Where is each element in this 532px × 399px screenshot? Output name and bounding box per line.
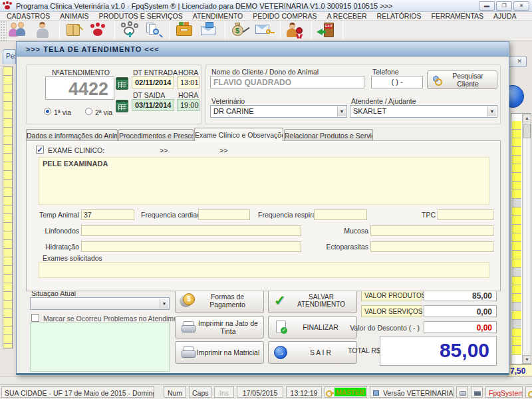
cash-money-bag-icon[interactable]: $ [229,21,253,41]
check-icon: ✓ [274,294,289,307]
freq-resp-input[interactable] [314,209,367,220]
background-scrollbar[interactable]: ▲ ▼ [522,114,531,364]
client-name-input[interactable]: FLAVIO QUADRADO [210,76,364,88]
finalizar-label: FINALIZAR [287,323,356,331]
search-client-button[interactable]: Pesquisar Cliente [427,70,497,89]
freq-card-input[interactable] [198,209,250,220]
hora-entrada-field[interactable]: 13:01 [177,76,200,88]
attendance-number-field: 4422 [45,76,114,100]
attendant-value: SKARLET [353,107,386,115]
ectoparasitas-label: Ectoparasitas [311,243,370,251]
status-location: SUA CIDADE - UF 17 de Maio de 2015 - Dom… [1,386,154,398]
arrow-circle-icon: → [274,346,287,359]
imprimir-matricial-button[interactable]: Imprimir na Matricial [175,341,264,364]
menu-produtos-servicos[interactable]: PRODUTOS E SERVIÇOS [99,12,183,20]
status-num: Num [164,386,186,398]
exame-clinico-label: EXAME CLINICO: [48,146,104,154]
ectoparasitas-input[interactable] [370,241,493,252]
coin-icon [180,293,194,308]
attendance-groupbox: NºATENDIMENTO 4422 1ª via 2ª via DT ENTR… [26,65,201,124]
network-icon [474,391,481,396]
tab-exame-clinico[interactable]: Exame Clínico e Observações -> [194,128,283,141]
clients-icon[interactable] [8,21,32,41]
salvar-label: SALVAR ATENDIMENTO [289,293,356,308]
status-network-segment [471,386,483,398]
exam-notes-textarea[interactable]: PELE EXAMINADA [39,157,489,205]
tab-dados-animal[interactable]: Dados e informações do Animal -> [26,129,118,140]
status-bar: SUA CIDADE - UF 17 de Maio de 2015 - Dom… [0,384,532,399]
chevron-down-icon: ▼ [487,106,496,116]
vet-select[interactable]: DR CARINE ▼ [210,105,347,118]
imprimir-jato-button[interactable]: Imprimir na Jato de Tinta [175,316,264,338]
hidratacao-input[interactable] [81,241,301,252]
calendar-saida-icon[interactable] [116,100,128,112]
document-check-icon [275,321,287,334]
dialog-title[interactable]: >>> TELA DE ATENDIMENTO <<< [17,42,509,57]
tab-produtos-servicos[interactable]: Relacionar Produtos e Serviços [284,129,373,140]
menu-a-receber[interactable]: A RECEBER [327,12,366,20]
dt-saida-field[interactable]: 03/11/2014 [132,99,174,111]
desconto-label: Valor do Desconto ( - ) [348,324,420,332]
restore-button[interactable]: ❐ [496,1,512,11]
exame-clinico-panel: ✓ EXAME CLINICO: >> >> PELE EXAMINADA Te… [26,140,501,291]
exames-solicitados-label: Exames solicitados [43,254,102,262]
chevron-down-icon: ▼ [160,299,168,309]
formas-pagamento-button[interactable]: Formas de Pagamento [175,288,264,313]
menu-animais[interactable]: ANIMAIS [60,12,88,20]
menu-atendimento[interactable]: ATENDIMENTO [193,12,243,20]
reports-award-icon[interactable] [284,21,308,41]
atendimento-dialog: >>> TELA DE ATENDIMENTO <<< NºATENDIMENT… [16,41,509,375]
tpc-input[interactable] [438,209,493,220]
sair-button[interactable]: → S A I R [268,341,357,364]
scroll-down-icon[interactable]: ▼ [523,355,531,364]
exam-row-3: Hidratação Ectoparasitas [29,241,499,252]
menu-relatorios[interactable]: RELATÓRIOS [377,12,422,20]
app-title: Programa Clinica Veterinária v1.0 - FpqS… [16,2,392,10]
exit-door-icon[interactable]: EXIT [315,21,339,41]
salvar-atendimento-button[interactable]: ✓ SALVAR ATENDIMENTO [268,288,357,313]
situacao-select[interactable]: ▼ [30,297,170,310]
via1-radio[interactable] [44,108,51,115]
finalizar-button[interactable]: FINALIZAR [268,316,357,338]
products-package-icon[interactable] [63,21,87,41]
calendar-entrada-icon[interactable] [116,77,128,90]
exames-solicitados-textarea[interactable] [39,262,489,278]
close-button[interactable]: ✕ [513,1,529,11]
vet-label: Veterinário [211,97,245,105]
animals-red-paw-icon[interactable] [87,21,111,41]
search-documents-icon[interactable] [142,21,166,41]
exame-clinico-checkbox[interactable]: ✓ [36,146,44,154]
via2-radio[interactable] [85,108,92,115]
problema-notes-textarea[interactable] [30,323,170,372]
scroll-thumb[interactable] [523,124,531,138]
menu-ferramentas[interactable]: FERRAMENTAS [432,12,484,20]
attendance-paw-cross-icon[interactable] [118,21,142,41]
tab-procedimentos[interactable]: Procedimentos e Prescrição -> [118,129,194,140]
background-grid-left-fragment [3,66,13,348]
linfonodos-input[interactable] [81,225,301,236]
client-icon[interactable] [32,21,56,41]
receivables-mail-icon[interactable] [198,21,221,41]
client-groupbox: Nome do Cliente / Dono do Animal FLAVIO … [205,65,501,124]
orders-drawer-icon[interactable] [174,21,198,41]
problema-checkbox[interactable] [31,314,39,322]
mucosa-input[interactable] [370,225,493,236]
scroll-up-icon[interactable]: ▲ [523,114,531,122]
phone-input[interactable]: ( ) - [371,76,423,88]
dt-entrada-field[interactable]: 02/11/2014 [132,76,174,88]
menu-cadastros[interactable]: CADASTROS [7,12,50,20]
background-grid-right-fragment: ▲ ▼ [511,113,531,364]
billing-mail-key-icon[interactable] [253,21,277,41]
hora-saida-field[interactable]: 19:00 [177,99,200,111]
attendant-select[interactable]: SKARLET ▼ [350,105,497,118]
menu-ajuda[interactable]: AJUDA [493,12,516,20]
minimize-button[interactable]: ▬ [479,1,495,11]
desconto-value[interactable]: 0,00 [424,321,497,333]
attendant-label: Atendente / Ajudante [351,97,416,105]
total-value: 85,00 [380,336,497,366]
app-logo-paw-icon [3,1,12,10]
app-titlebar: Programa Clinica Veterinária v1.0 - FpqS… [0,0,532,12]
status-version-segment: Versão VETERINARIA 1.0 [370,386,454,398]
menu-pedido-compras[interactable]: PEDIDO COMPRAS [253,12,317,20]
temp-input[interactable]: 37 [81,209,134,220]
